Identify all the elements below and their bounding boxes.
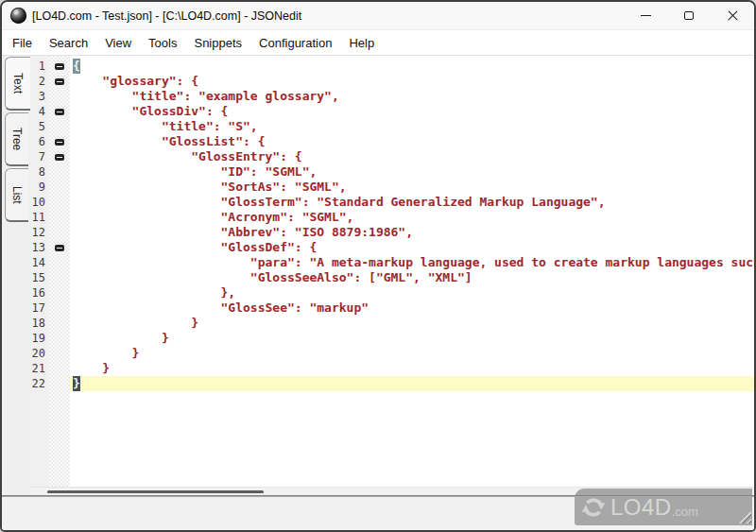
- fold-cell: [49, 89, 70, 104]
- text-editor[interactable]: 1{2 "glossary": {3 "title": "example glo…: [30, 56, 754, 496]
- line-number[interactable]: 20: [30, 346, 49, 361]
- menu-configuration[interactable]: Configuration: [250, 30, 340, 56]
- code-text[interactable]: "GlossDiv": {: [70, 104, 754, 119]
- line-number[interactable]: 11: [30, 210, 49, 225]
- line-number[interactable]: 21: [30, 361, 49, 376]
- code-text[interactable]: "GlossSeeAlso": ["GML", "XML"]: [70, 270, 754, 285]
- status-divider: [2, 495, 754, 497]
- code-line-11[interactable]: 11 "Acronym": "SGML",: [30, 210, 754, 225]
- tab-tree[interactable]: Tree: [5, 112, 28, 166]
- line-number[interactable]: 8: [30, 164, 49, 180]
- app-window: [LO4D.com - Test.json] - [C:\LO4D.com] -…: [0, 0, 756, 532]
- code-line-12[interactable]: 12 "Abbrev": "ISO 8879:1986",: [30, 225, 754, 240]
- code-text[interactable]: "Abbrev": "ISO 8879:1986",: [70, 225, 754, 240]
- horizontal-scrollbar-thumb[interactable]: [47, 490, 264, 493]
- code-text[interactable]: "title": "S",: [70, 119, 754, 134]
- fold-cell: [49, 59, 70, 74]
- code-text[interactable]: "GlossSee": "markup": [70, 300, 754, 316]
- watermark-suffix: .com: [672, 505, 698, 519]
- code-text[interactable]: }: [70, 316, 754, 331]
- line-number[interactable]: 2: [30, 74, 49, 89]
- code-line-18[interactable]: 18 }: [30, 316, 754, 331]
- fold-cell: [49, 316, 70, 331]
- code-text[interactable]: "GlossList": {: [70, 134, 754, 149]
- menu-file[interactable]: File: [4, 30, 41, 56]
- code-line-1[interactable]: 1{: [30, 59, 754, 74]
- code-line-22[interactable]: 22}: [30, 376, 754, 391]
- code-line-16[interactable]: 16 },: [30, 285, 754, 300]
- code-line-19[interactable]: 19 }: [30, 331, 754, 346]
- code-line-6[interactable]: 6 "GlossList": {: [30, 134, 754, 149]
- fold-collapse-icon[interactable]: [55, 78, 64, 85]
- code-text[interactable]: "GlossDef": {: [70, 240, 754, 255]
- code-text[interactable]: }: [70, 331, 754, 346]
- code-line-13[interactable]: 13 "GlossDef": {: [30, 240, 754, 255]
- tab-text[interactable]: Text: [5, 57, 30, 111]
- line-number[interactable]: 15: [30, 270, 49, 285]
- code-text[interactable]: "ID": "SGML",: [70, 164, 754, 180]
- line-number[interactable]: 1: [30, 59, 49, 74]
- code-text[interactable]: "glossary": {: [70, 74, 754, 89]
- menu-snippets[interactable]: Snippets: [185, 30, 250, 56]
- code-line-4[interactable]: 4 "GlossDiv": {: [30, 104, 754, 119]
- code-line-9[interactable]: 9 "SortAs": "SGML",: [30, 180, 754, 195]
- menu-search[interactable]: Search: [41, 30, 96, 56]
- code-line-10[interactable]: 10 "GlossTerm": "Standard Generalized Ma…: [30, 195, 754, 210]
- line-number[interactable]: 12: [30, 225, 49, 240]
- line-number[interactable]: 14: [30, 255, 49, 270]
- fold-cell: [49, 331, 70, 346]
- line-number[interactable]: 7: [30, 149, 49, 164]
- title-bar[interactable]: [LO4D.com - Test.json] - [C:\LO4D.com] -…: [2, 2, 754, 30]
- code-text[interactable]: "GlossEntry": {: [70, 149, 754, 164]
- line-number[interactable]: 9: [30, 180, 49, 195]
- tab-list[interactable]: List: [5, 168, 28, 222]
- code-line-20[interactable]: 20 }: [30, 346, 754, 361]
- line-number[interactable]: 3: [30, 89, 49, 104]
- fold-cell: [49, 164, 70, 180]
- code-line-2[interactable]: 2 "glossary": {: [30, 74, 754, 89]
- line-number[interactable]: 19: [30, 331, 49, 346]
- fold-collapse-icon[interactable]: [55, 63, 64, 70]
- code-line-8[interactable]: 8 "ID": "SGML",: [30, 164, 754, 180]
- code-line-17[interactable]: 17 "GlossSee": "markup": [30, 300, 754, 316]
- line-number[interactable]: 22: [30, 376, 49, 391]
- maximize-button[interactable]: [667, 2, 711, 29]
- fold-cell: [49, 255, 70, 270]
- code-text[interactable]: "para": "A meta-markup language, used to…: [70, 255, 754, 270]
- menu-view[interactable]: View: [96, 30, 140, 56]
- fold-collapse-icon[interactable]: [55, 139, 64, 146]
- code-text[interactable]: }: [70, 376, 754, 391]
- code-text[interactable]: "Acronym": "SGML",: [70, 210, 754, 225]
- line-number[interactable]: 6: [30, 134, 49, 149]
- code-text[interactable]: },: [70, 285, 754, 300]
- code-text[interactable]: }: [70, 361, 754, 376]
- line-number[interactable]: 5: [30, 119, 49, 134]
- code-line-21[interactable]: 21 }: [30, 361, 754, 376]
- code-text[interactable]: {: [70, 59, 754, 74]
- code-line-15[interactable]: 15 "GlossSeeAlso": ["GML", "XML"]: [30, 270, 754, 285]
- code-text[interactable]: "SortAs": "SGML",: [70, 180, 754, 195]
- fold-collapse-icon[interactable]: [55, 245, 64, 251]
- code-text[interactable]: "title": "example glossary",: [70, 89, 754, 104]
- code-line-14[interactable]: 14 "para": "A meta-markup language, used…: [30, 255, 754, 270]
- code-text[interactable]: }: [70, 346, 754, 361]
- window-controls: [624, 2, 754, 29]
- minimize-button[interactable]: [624, 2, 667, 29]
- fold-cell: [49, 376, 70, 391]
- menu-help[interactable]: Help: [340, 30, 383, 56]
- line-number[interactable]: 4: [30, 104, 49, 119]
- code-line-7[interactable]: 7 "GlossEntry": {: [30, 149, 754, 164]
- line-number[interactable]: 10: [30, 195, 49, 210]
- menu-tools[interactable]: Tools: [140, 30, 185, 56]
- fold-cell: [49, 285, 70, 300]
- code-line-5[interactable]: 5 "title": "S",: [30, 119, 754, 134]
- line-number[interactable]: 16: [30, 285, 49, 300]
- code-line-3[interactable]: 3 "title": "example glossary",: [30, 89, 754, 104]
- line-number[interactable]: 18: [30, 316, 49, 331]
- close-button[interactable]: [711, 2, 754, 29]
- code-text[interactable]: "GlossTerm": "Standard Generalized Marku…: [70, 195, 754, 210]
- fold-collapse-icon[interactable]: [55, 154, 64, 161]
- line-number[interactable]: 17: [30, 300, 49, 316]
- fold-collapse-icon[interactable]: [55, 109, 64, 115]
- line-number[interactable]: 13: [30, 240, 49, 255]
